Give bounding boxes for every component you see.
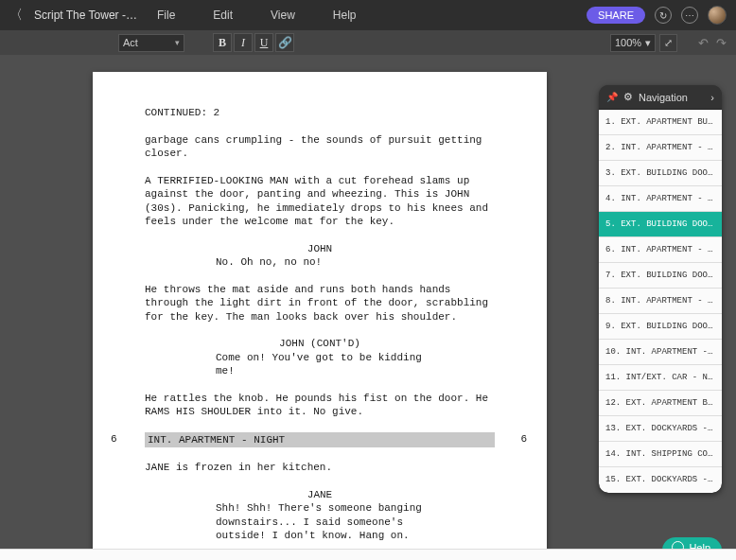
dialogue-block: No. Oh no, no no! <box>216 255 424 270</box>
share-button[interactable]: SHARE <box>587 7 645 24</box>
redo-button[interactable]: ↷ <box>716 36 727 50</box>
undo-button[interactable]: ↶ <box>698 36 709 50</box>
chevron-down-icon: ▾ <box>175 38 180 47</box>
navigation-list: 1. EXT. APARTMENT BUIL…2. INT. APARTMENT… <box>599 110 722 493</box>
navigation-title: Navigation <box>639 92 688 103</box>
pin-icon[interactable]: 📌 <box>606 92 618 102</box>
user-avatar[interactable] <box>708 6 727 25</box>
continued-label: CONTINUED: 2 <box>145 106 495 120</box>
menu-edit[interactable]: Edit <box>213 9 233 22</box>
back-arrow-icon[interactable]: 〈 <box>9 7 26 24</box>
script-page[interactable]: CONTINUED: 2 garbage cans crumpling - th… <box>93 72 547 560</box>
nav-scene-item[interactable]: 12. EXT. APARTMENT BU… <box>599 391 722 416</box>
link-button[interactable]: 🔗 <box>275 33 294 52</box>
bold-button[interactable]: B <box>213 33 232 52</box>
text-format-group: B I U 🔗 <box>213 33 294 52</box>
action-block: He throws the mat aside and runs both ha… <box>145 283 495 324</box>
fullscreen-button[interactable]: ⤢ <box>659 34 677 52</box>
scene-heading[interactable]: INT. APARTMENT - NIGHT <box>145 432 495 448</box>
nav-scene-item[interactable]: 10. INT. APARTMENT - … <box>599 340 722 365</box>
top-menu-bar: 〈 Script The Tower - De… File Edit View … <box>0 0 736 30</box>
scene-number-left: 6 <box>111 432 117 446</box>
zoom-select[interactable]: 100% ▾ <box>610 34 656 52</box>
element-style-value: Act <box>123 37 138 48</box>
top-right-controls: SHARE ↻ ⋯ <box>587 6 727 25</box>
scene-heading-row: 6 INT. APARTMENT - NIGHT 6 <box>145 432 495 448</box>
dialogue-block: Shh! Shh! There's someone banging downst… <box>216 501 424 543</box>
nav-scene-item[interactable]: 3. EXT. BUILDING DOOR … <box>599 161 722 186</box>
nav-scene-item[interactable]: 11. INT/EXT. CAR - NI… <box>599 365 722 391</box>
element-style-select[interactable]: Act ▾ <box>118 34 184 52</box>
document-title: Script The Tower - De… <box>34 9 138 22</box>
menu-help[interactable]: Help <box>333 9 357 22</box>
action-block: A TERRIFIED-LOOKING MAN with a cut foreh… <box>145 174 495 229</box>
format-toolbar: Act ▾ B I U 🔗 100% ▾ ⤢ ↶ ↷ <box>0 30 736 55</box>
character-cue: JOHN (CONT'D) <box>225 337 414 351</box>
action-block: He rattles the knob. He pounds his fist … <box>145 392 495 419</box>
italic-button[interactable]: I <box>234 33 253 52</box>
editor-workspace: CONTINUED: 2 garbage cans crumpling - th… <box>0 55 736 560</box>
menu-file[interactable]: File <box>157 9 175 22</box>
nav-scene-item[interactable]: 2. INT. APARTMENT - NI… <box>599 135 722 161</box>
action-block: garbage cans crumpling - the sounds of p… <box>145 133 495 161</box>
status-bar <box>0 549 736 560</box>
nav-scene-item[interactable]: 6. INT. APARTMENT - NI… <box>599 237 722 263</box>
action-block: JANE is frozen in her kitchen. <box>145 461 495 475</box>
history-icon[interactable]: ↻ <box>655 7 672 24</box>
nav-scene-item[interactable]: 14. INT. SHIPPING CON… <box>599 442 722 467</box>
nav-scene-item[interactable]: 13. EXT. DOCKYARDS - … <box>599 416 722 442</box>
nav-scene-item[interactable]: 9. EXT. BUILDING DOOR … <box>599 314 722 340</box>
chevron-right-icon[interactable]: › <box>710 92 714 103</box>
nav-scene-item[interactable]: 4. INT. APARTMENT - NI… <box>599 186 722 212</box>
zoom-controls: 100% ▾ ⤢ ↶ ↷ <box>610 34 727 52</box>
zoom-value: 100% <box>615 37 641 48</box>
character-cue: JOHN <box>225 242 414 256</box>
navigation-panel: 📌 ⚙ Navigation › 1. EXT. APARTMENT BUIL…… <box>599 85 722 493</box>
navigation-header: 📌 ⚙ Navigation › <box>599 85 722 110</box>
nav-scene-item[interactable]: 5. EXT. BUILDING DOOR … <box>599 212 722 237</box>
character-cue: JANE <box>225 488 414 502</box>
nav-scene-item[interactable]: 8. INT. APARTMENT - NI… <box>599 289 722 314</box>
nav-scene-item[interactable]: 7. EXT. BUILDING DOOR … <box>599 263 722 289</box>
scene-number-right: 6 <box>520 432 527 446</box>
main-menu: File Edit View Help <box>157 9 357 22</box>
underline-button[interactable]: U <box>254 33 273 52</box>
nav-scene-item[interactable]: 1. EXT. APARTMENT BUIL… <box>599 110 722 135</box>
menu-view[interactable]: View <box>271 9 295 22</box>
nav-scene-item[interactable]: 15. EXT. DOCKYARDS - … <box>599 467 722 493</box>
dialogue-block: Come on! You've got to be kidding me! <box>216 351 424 378</box>
undo-redo-group: ↶ ↷ <box>698 36 727 50</box>
chevron-down-icon: ▾ <box>645 37 651 49</box>
gear-icon[interactable]: ⚙ <box>623 91 633 103</box>
comment-icon[interactable]: ⋯ <box>681 7 698 24</box>
